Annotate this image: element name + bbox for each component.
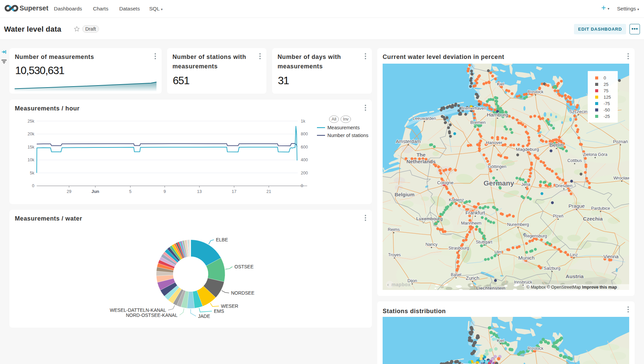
svg-text:Kiel: Kiel	[497, 338, 504, 343]
svg-text:-25: -25	[604, 114, 610, 119]
svg-text:800: 800	[301, 132, 308, 136]
svg-text:Vienna: Vienna	[604, 254, 619, 259]
svg-text:20k: 20k	[28, 132, 35, 136]
svg-text:Reims: Reims	[388, 227, 399, 232]
svg-text:Pardubice: Pardubice	[591, 206, 610, 211]
svg-text:17: 17	[232, 189, 236, 194]
svg-text:200: 200	[301, 171, 308, 175]
svg-text:15k: 15k	[28, 145, 35, 150]
svg-text:25: 25	[604, 82, 608, 87]
svg-text:Kiel: Kiel	[497, 81, 504, 87]
svg-text:21: 21	[266, 189, 271, 194]
svg-text:Strasbourg: Strasbourg	[448, 246, 469, 251]
svg-text:EMS: EMS	[214, 308, 224, 314]
svg-text:ELBE: ELBE	[216, 237, 228, 242]
svg-text:600: 600	[301, 145, 308, 150]
svg-text:Nuremberg: Nuremberg	[507, 222, 529, 227]
svg-text:5: 5	[129, 189, 132, 194]
svg-text:Rostock: Rostock	[528, 346, 544, 351]
svg-text:25k: 25k	[28, 119, 35, 124]
svg-text:-75: -75	[604, 101, 610, 106]
svg-text:Linz: Linz	[570, 253, 578, 257]
svg-text:Inv: Inv	[343, 117, 349, 122]
svg-text:© Mapbox © OpenStreetMap Impro: © Mapbox © OpenStreetMap Improve this ma…	[526, 285, 617, 290]
svg-text:WESEL-DATTELN-KANAL: WESEL-DATTELN-KANAL	[110, 307, 166, 313]
svg-text:Salzburg: Salzburg	[544, 266, 560, 271]
svg-text:Zielona Góra: Zielona Góra	[583, 152, 607, 157]
svg-text:◐ mapbox: ◐ mapbox	[387, 282, 411, 287]
svg-text:Bremerhaven: Bremerhaven	[461, 363, 486, 364]
svg-text:1k: 1k	[301, 119, 305, 124]
svg-text:Amsterdam: Amsterdam	[396, 139, 421, 144]
svg-text:Hanover: Hanover	[486, 140, 503, 145]
svg-text:13: 13	[197, 189, 202, 194]
svg-text:Zurich: Zurich	[466, 275, 479, 281]
svg-text:The: The	[417, 152, 426, 158]
svg-text:Ulm: Ulm	[494, 250, 502, 255]
svg-text:5k: 5k	[30, 171, 35, 175]
svg-text:OSTSEE: OSTSEE	[234, 264, 254, 269]
svg-text:Göttingen: Göttingen	[488, 164, 506, 169]
svg-text:Luxembourg: Luxembourg	[416, 216, 443, 221]
svg-text:Berlin: Berlin	[549, 142, 564, 148]
svg-text:Jun: Jun	[91, 189, 99, 194]
svg-text:Innsbruck: Innsbruck	[514, 280, 533, 285]
svg-text:0: 0	[32, 184, 34, 188]
svg-text:Poznań: Poznań	[613, 139, 628, 144]
svg-text:Number of stations: Number of stations	[327, 133, 368, 138]
svg-text:Prague: Prague	[569, 203, 585, 209]
svg-text:Belgium: Belgium	[394, 192, 414, 197]
svg-text:Jena: Jena	[521, 182, 530, 187]
svg-text:75: 75	[604, 88, 608, 93]
svg-text:Plzeň: Plzeň	[553, 214, 563, 219]
svg-text:Liechtenstein: Liechtenstein	[476, 286, 505, 290]
svg-text:Dresden: Dresden	[555, 183, 572, 188]
svg-text:Netherlands: Netherlands	[407, 159, 436, 164]
svg-text:NORD-OSTSEE-KANAL: NORD-OSTSEE-KANAL	[126, 312, 178, 318]
svg-text:Cologne: Cologne	[437, 180, 453, 185]
svg-text:Hamburg: Hamburg	[487, 112, 508, 118]
svg-text:0: 0	[604, 75, 606, 80]
svg-text:JADE: JADE	[198, 313, 210, 319]
svg-text:Austria: Austria	[566, 273, 584, 279]
svg-text:Stuttgart: Stuttgart	[476, 239, 492, 244]
svg-text:Measurements: Measurements	[327, 125, 360, 130]
svg-text:Rostock: Rostock	[528, 89, 544, 94]
svg-text:Frankfurt: Frankfurt	[465, 210, 485, 216]
svg-text:Munich: Munich	[518, 255, 535, 261]
svg-text:Magdeburg: Magdeburg	[516, 147, 539, 152]
svg-text:Mannheim: Mannheim	[461, 221, 482, 226]
svg-text:29: 29	[67, 189, 71, 194]
svg-text:All: All	[332, 117, 336, 122]
svg-text:Wrocław: Wrocław	[613, 175, 629, 180]
svg-text:Regensburg: Regensburg	[524, 234, 547, 238]
svg-text:Troyes: Troyes	[388, 253, 401, 257]
svg-text:-50: -50	[604, 107, 610, 112]
svg-text:Basel: Basel	[451, 272, 461, 277]
svg-text:Bremen: Bremen	[470, 120, 486, 125]
svg-text:Germany: Germany	[483, 179, 514, 187]
svg-text:Cottbus: Cottbus	[567, 158, 582, 163]
svg-text:Koblenz: Koblenz	[449, 198, 464, 202]
svg-text:Bremerhaven: Bremerhaven	[461, 106, 486, 111]
svg-text:Czechia: Czechia	[583, 216, 603, 222]
svg-text:Nancy: Nancy	[425, 242, 438, 247]
svg-text:Leeuwarden: Leeuwarden	[413, 116, 436, 121]
svg-text:Szczecin: Szczecin	[569, 109, 587, 114]
svg-text:WESER: WESER	[221, 303, 238, 309]
svg-text:10k: 10k	[28, 158, 35, 162]
svg-text:9: 9	[164, 189, 166, 194]
svg-text:125: 125	[604, 95, 611, 100]
svg-text:0: 0	[301, 184, 303, 188]
svg-text:NORDSEE: NORDSEE	[231, 290, 254, 296]
svg-text:400: 400	[301, 158, 308, 162]
